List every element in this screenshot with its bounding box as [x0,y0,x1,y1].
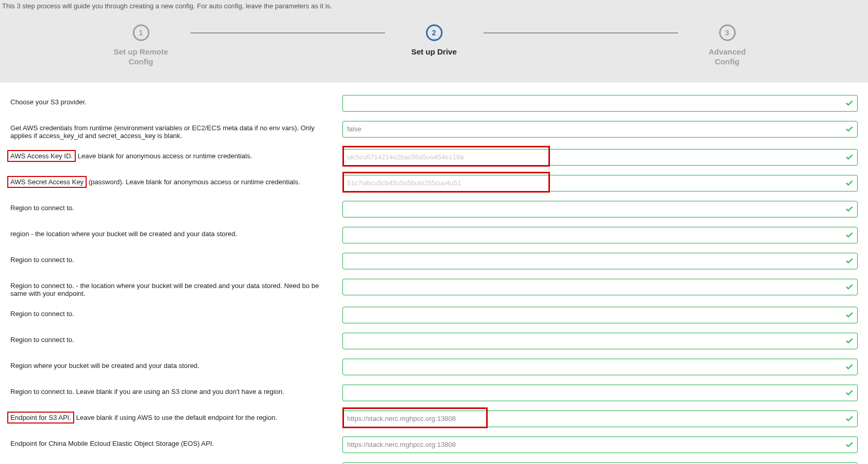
form-row: Endpoint for Arvan Cloud Object Storage … [10,462,858,465]
form-row: Region to connect to. [10,307,858,323]
field-input-cell [342,175,858,192]
field-input-cell [342,359,858,375]
field-input[interactable] [342,149,858,166]
field-label-head: Endpoint for S3 API. [7,412,74,424]
check-icon [845,337,853,345]
step-2[interactable]: 2Set up Drive [385,24,484,57]
field-label: Endpoint for S3 API. Leave blank if usin… [10,411,342,421]
field-input[interactable] [342,95,858,112]
field-input[interactable] [342,253,858,269]
field-label: Region to connect to. [10,307,342,318]
field-label: AWS Access Key ID. Leave blank for anony… [10,149,342,160]
form-row: Region to connect to. [10,253,858,269]
field-input-cell [342,95,858,112]
field-label: Choose your S3 provider. [10,95,342,106]
field-label-head: AWS Secret Access Key [7,176,87,188]
field-input-cell [342,201,858,217]
stepper: 1Set up RemoteConfig2Set up Drive3Advanc… [0,19,868,83]
form-row: Region to connect to. [10,201,858,217]
field-input[interactable] [342,385,858,401]
form-row: region - the location where your bucket … [10,227,858,243]
field-label: Region to connect to. [10,253,342,264]
field-input-cell [342,279,858,295]
field-input-cell [342,333,858,349]
step-label: Set up Drive [411,47,457,57]
form-row: Region where your bucket will be created… [10,359,858,375]
field-label-text: Region to connect to. [10,310,74,318]
step-label: Set up RemoteConfig [114,47,168,67]
check-icon [845,311,853,319]
field-input[interactable] [342,333,858,349]
check-icon [845,179,853,187]
field-label-rest: Leave blank for anonymous access or runt… [76,152,252,160]
field-input-cell [342,436,858,453]
field-label-text: Choose your S3 provider. [10,98,87,106]
step-label: AdvancedConfig [709,47,746,67]
field-input-cell [342,253,858,269]
form-row: Region to connect to. [10,333,858,349]
form-row: Region to connect to. Leave blank if you… [10,385,858,401]
form-area: Choose your S3 provider.Get AWS credenti… [0,83,868,465]
field-label: Region to connect to. Leave blank if you… [10,385,342,395]
step-circle: 1 [133,24,149,41]
field-label-text: Endpoint for China Mobile Ecloud Elastic… [10,440,214,447]
field-label: Get AWS credentials from runtime (enviro… [10,121,342,140]
field-input-cell [342,121,858,138]
check-icon [845,257,853,265]
field-label-text: Region where your bucket will be created… [10,362,199,370]
field-input-cell [342,227,858,243]
check-icon [845,99,853,107]
field-label: Region to connect to. - the location whe… [10,279,342,297]
field-label-text: Get AWS credentials from runtime (enviro… [10,124,314,140]
form-row: AWS Secret Access Key (password). Leave … [10,175,858,192]
step-circle: 3 [719,24,736,41]
form-row: Region to connect to. - the location whe… [10,279,858,297]
field-input-cell [342,385,858,401]
field-input[interactable] [342,436,858,453]
field-input[interactable] [342,462,858,465]
step-3[interactable]: 3AdvancedConfig [678,24,777,67]
check-icon [845,153,853,161]
form-row: Endpoint for S3 API. Leave blank if usin… [10,411,858,427]
step-connector [484,33,678,33]
field-input-cell [342,411,858,427]
step-1[interactable]: 1Set up RemoteConfig [92,24,190,67]
field-input[interactable] [342,175,858,192]
field-input[interactable] [342,359,858,375]
field-label: AWS Secret Access Key (password). Leave … [10,175,342,186]
step-connector [190,33,385,33]
check-icon [845,441,853,449]
field-label-text: Region to connect to. [10,336,74,344]
field-label-text: Region to connect to. Leave blank if you… [10,388,284,395]
field-input[interactable] [342,201,858,217]
check-icon [845,231,853,239]
check-icon [845,205,853,213]
field-input-cell [342,462,858,465]
step-circle: 2 [426,24,443,41]
field-label: Region where your bucket will be created… [10,359,342,370]
field-label: region - the location where your bucket … [10,227,342,238]
form-row: Get AWS credentials from runtime (enviro… [10,121,858,140]
field-label: Region to connect to. [10,333,342,344]
field-label-text: Region to connect to. [10,204,74,212]
form-row: Choose your S3 provider. [10,95,858,112]
field-input[interactable] [342,279,858,295]
field-label-text: Region to connect to. - the location whe… [10,282,319,297]
field-input-cell [342,307,858,323]
field-input[interactable] [342,411,858,427]
check-icon [845,389,853,397]
intro-text: This 3 step process will guide you throu… [0,0,868,19]
field-input[interactable] [342,227,858,243]
check-icon [845,363,853,371]
form-row: Endpoint for China Mobile Ecloud Elastic… [10,436,858,453]
form-row: AWS Access Key ID. Leave blank for anony… [10,149,858,166]
check-icon [845,283,853,291]
field-label-rest: (password). Leave blank for anonymous ac… [87,178,300,186]
field-label-head: AWS Access Key ID. [7,150,76,162]
check-icon [845,125,853,133]
field-input[interactable] [342,307,858,323]
field-label-text: region - the location where your bucket … [10,230,237,238]
field-input[interactable] [342,121,858,138]
field-label-text: Region to connect to. [10,256,74,264]
field-label: Endpoint for China Mobile Ecloud Elastic… [10,436,342,447]
